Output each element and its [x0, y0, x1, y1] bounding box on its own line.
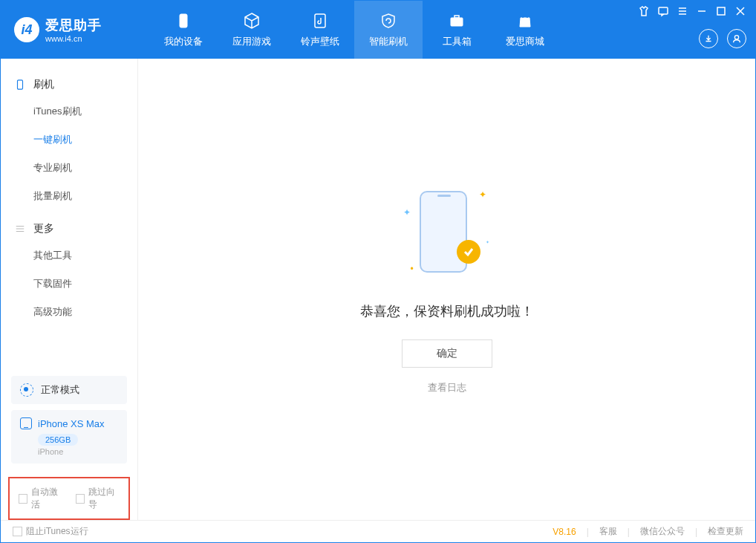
- sidebar-item-firmware[interactable]: 下载固件: [1, 270, 137, 298]
- download-icon[interactable]: [699, 29, 718, 48]
- options-highlight: 自动激活 跳过向导: [8, 477, 130, 520]
- nav-tab-store[interactable]: 爱思商城: [491, 1, 559, 59]
- device-card[interactable]: iPhone XS Max 256GB iPhone: [11, 410, 127, 464]
- device-mode-label: 正常模式: [41, 383, 79, 397]
- mode-icon: [20, 383, 33, 397]
- window-controls: [638, 5, 746, 17]
- confirm-button[interactable]: 确定: [402, 339, 492, 368]
- close-icon[interactable]: [734, 5, 746, 17]
- phone-small-icon: [20, 417, 32, 429]
- title-bar: i4 爱思助手 www.i4.cn 我的设备 应用游戏 铃声壁纸 智能刷机 工具…: [1, 1, 755, 59]
- sidebar-item-pro[interactable]: 专业刷机: [1, 154, 137, 182]
- device-storage: 256GB: [38, 434, 78, 446]
- refresh-shield-icon: [379, 11, 398, 30]
- nav-tab-toolbox[interactable]: 工具箱: [423, 1, 491, 59]
- bag-icon: [515, 11, 535, 30]
- footer-link-wechat[interactable]: 微信公众号: [640, 525, 685, 538]
- footer-link-update[interactable]: 检查更新: [708, 525, 743, 538]
- device-type: iPhone: [38, 447, 118, 456]
- maximize-icon[interactable]: [715, 5, 727, 17]
- nav-tab-label: 铃声壁纸: [301, 35, 339, 48]
- cube-icon: [242, 11, 261, 30]
- app-logo: i4 爱思助手 www.i4.cn: [1, 16, 149, 43]
- svg-rect-7: [18, 80, 23, 89]
- view-log-link[interactable]: 查看日志: [428, 381, 466, 394]
- nav-tab-label: 爱思商城: [506, 35, 544, 48]
- app-title: 爱思助手: [45, 16, 102, 34]
- briefcase-icon: [447, 11, 466, 30]
- footer-link-service[interactable]: 客服: [599, 525, 617, 538]
- app-subtitle: www.i4.cn: [45, 34, 102, 43]
- sidebar-item-oneclick[interactable]: 一键刷机: [1, 126, 137, 154]
- sidebar-item-itunes[interactable]: iTunes刷机: [1, 97, 137, 126]
- checkbox-skip-guide[interactable]: 跳过向导: [76, 486, 120, 511]
- music-file-icon: [310, 11, 330, 30]
- sidebar-item-other[interactable]: 其他工具: [1, 241, 137, 270]
- success-message: 恭喜您，保资料刷机成功啦！: [360, 302, 534, 320]
- checkbox-label: 自动激活: [31, 486, 62, 511]
- svg-rect-1: [315, 14, 325, 27]
- list-icon: [14, 223, 26, 235]
- shirt-icon[interactable]: [638, 5, 650, 17]
- svg-point-6: [734, 36, 738, 39]
- phone-icon: [174, 11, 193, 30]
- checkbox-label: 跳过向导: [88, 486, 120, 511]
- sidebar: 刷机 iTunes刷机 一键刷机 专业刷机 批量刷机 更多 其他工具 下载固件 …: [1, 59, 138, 520]
- user-icon[interactable]: [727, 29, 746, 48]
- nav-tab-label: 应用游戏: [232, 35, 271, 48]
- device-name-label: iPhone XS Max: [38, 418, 105, 429]
- nav-tabs: 我的设备 应用游戏 铃声壁纸 智能刷机 工具箱 爱思商城: [149, 1, 559, 59]
- logo-icon: i4: [14, 17, 39, 42]
- checkbox-label: 阻止iTunes运行: [26, 525, 88, 538]
- checkbox-auto-activate[interactable]: 自动激活: [19, 486, 62, 511]
- checkbox-block-itunes[interactable]: 阻止iTunes运行: [13, 525, 88, 538]
- device-icon: [14, 79, 26, 91]
- checkbox-icon: [76, 494, 85, 504]
- menu-icon[interactable]: [677, 5, 688, 17]
- device-mode[interactable]: 正常模式: [11, 376, 127, 404]
- check-badge-icon: [457, 240, 480, 264]
- sidebar-item-advanced[interactable]: 高级功能: [1, 298, 137, 326]
- checkbox-icon: [13, 527, 22, 536]
- svg-rect-2: [451, 18, 463, 26]
- checkbox-icon: [19, 494, 27, 504]
- sidebar-section-title: 刷机: [33, 78, 54, 91]
- version-label: V8.16: [553, 527, 576, 537]
- sidebar-section-flash: 刷机: [1, 72, 137, 97]
- svg-rect-3: [454, 16, 459, 18]
- nav-tab-ringtone[interactable]: 铃声壁纸: [286, 1, 354, 59]
- nav-tab-label: 我的设备: [164, 35, 203, 48]
- sidebar-section-title: 更多: [33, 222, 54, 235]
- minimize-icon[interactable]: [696, 5, 708, 17]
- main-content: ✦ ✦ • ✦ 恭喜您，保资料刷机成功啦！ 确定 查看日志: [138, 59, 755, 520]
- sidebar-item-batch[interactable]: 批量刷机: [1, 182, 137, 210]
- nav-tab-label: 工具箱: [443, 35, 472, 48]
- nav-tab-flash[interactable]: 智能刷机: [354, 1, 423, 59]
- nav-tab-label: 智能刷机: [369, 35, 408, 48]
- svg-rect-5: [717, 7, 725, 15]
- nav-tab-device[interactable]: 我的设备: [149, 1, 218, 59]
- success-illustration: ✦ ✦ • ✦: [406, 185, 488, 282]
- sidebar-section-more: 更多: [1, 216, 137, 241]
- nav-tab-apps[interactable]: 应用游戏: [218, 1, 286, 59]
- status-bar: 阻止iTunes运行 V8.16 | 客服 | 微信公众号 | 检查更新: [1, 520, 755, 542]
- feedback-icon[interactable]: [657, 5, 669, 17]
- svg-rect-0: [180, 14, 187, 27]
- svg-rect-4: [659, 7, 668, 14]
